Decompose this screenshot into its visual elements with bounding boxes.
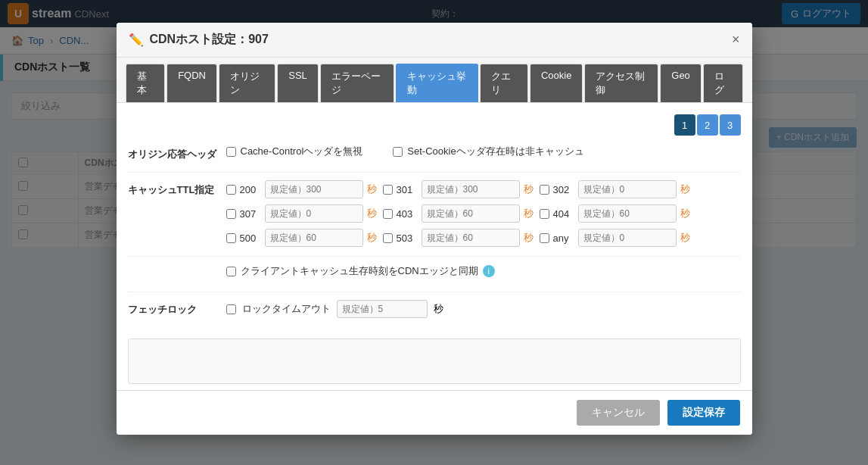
tab-errorpage[interactable]: エラーページ — [320, 64, 394, 102]
client-cache-label: クライアントキャッシュ生存時刻をCDNエッジと同期 — [241, 264, 478, 278]
cache-ttl-label: キャッシュTTL指定 — [128, 180, 226, 197]
modal-header: ✏️ CDNホスト設定：907 × — [117, 23, 752, 58]
ttl-item-301: 301 秒 — [383, 180, 534, 198]
ttl-item-404: 404 秒 — [540, 204, 690, 223]
modal: ✏️ CDNホスト設定：907 × 基本 FQDN オリジン SSL エラーペー… — [117, 23, 752, 435]
page-2-button[interactable]: 2 — [697, 114, 718, 136]
divider-3 — [128, 292, 741, 292]
ttl-code-503: 503 — [397, 232, 418, 244]
ttl-301-unit: 秒 — [524, 183, 534, 196]
set-cookie-checkbox[interactable] — [393, 147, 403, 157]
cache-ttl-row: キャッシュTTL指定 200 秒 301 — [128, 180, 741, 247]
ttl-code-404: 404 — [553, 208, 574, 220]
ttl-403-checkbox[interactable] — [383, 209, 393, 219]
tab-log[interactable]: ログ — [703, 64, 743, 102]
page-3-button[interactable]: 3 — [720, 114, 741, 136]
client-cache-checkbox[interactable] — [226, 267, 236, 276]
ttl-code-403: 403 — [397, 208, 418, 220]
ttl-503-checkbox[interactable] — [383, 233, 393, 243]
ttl-any-unit: 秒 — [680, 231, 690, 245]
ttl-307-input[interactable] — [265, 204, 363, 223]
lock-timeout-label: ロックタイムアウト — [242, 302, 331, 316]
ttl-code-302: 302 — [553, 184, 574, 195]
tab-origin[interactable]: オリジン — [219, 64, 275, 102]
fetch-lock-form: ロックタイムアウト 秒 — [226, 300, 741, 318]
client-cache-info-icon[interactable]: i — [483, 265, 495, 277]
ttl-any-checkbox[interactable] — [540, 233, 549, 243]
tab-query[interactable]: クエリ — [480, 64, 528, 102]
lock-timeout-unit: 秒 — [434, 302, 443, 316]
ttl-item-any: any 秒 — [540, 229, 690, 247]
ttl-302-checkbox[interactable] — [540, 185, 549, 195]
save-button[interactable]: 設定保存 — [667, 400, 740, 426]
origin-response-header-row: オリジン応答ヘッダ Cache-Controlヘッダを無視 Set-Cookie… — [128, 145, 741, 163]
ttl-307-unit: 秒 — [367, 207, 377, 220]
ttl-200-checkbox[interactable] — [226, 185, 236, 195]
ttl-503-input[interactable] — [422, 229, 520, 247]
ttl-code-301: 301 — [397, 184, 418, 195]
ttl-403-unit: 秒 — [524, 207, 534, 220]
cache-control-row: Cache-Controlヘッダを無視 — [226, 145, 363, 158]
ttl-301-checkbox[interactable] — [383, 185, 393, 195]
client-cache-checkbox-row: クライアントキャッシュ生存時刻をCDNエッジと同期 i — [226, 264, 741, 278]
ttl-row-2: 307 秒 403 秒 404 — [226, 204, 741, 223]
client-cache-label-spacer — [128, 264, 226, 267]
modal-close-button[interactable]: × — [732, 32, 740, 48]
cache-control-checkbox[interactable] — [226, 147, 236, 157]
ttl-item-302: 302 秒 — [540, 180, 690, 198]
divider-2 — [128, 256, 741, 257]
ttl-item-200: 200 秒 — [226, 180, 377, 198]
ttl-item-307: 307 秒 — [226, 204, 377, 223]
cancel-button[interactable]: キャンセル — [577, 400, 660, 426]
tab-bar: 基本 FQDN オリジン SSL エラーページ キャッシュ挙動 クエリ Cook… — [117, 58, 752, 103]
client-cache-row: クライアントキャッシュ生存時刻をCDNエッジと同期 i — [128, 264, 741, 282]
fetch-lock-label: フェッチロック — [128, 300, 226, 317]
ttl-code-307: 307 — [240, 208, 261, 220]
ttl-404-unit: 秒 — [680, 207, 690, 220]
ttl-404-input[interactable] — [578, 204, 677, 223]
origin-response-header-label: オリジン応答ヘッダ — [128, 145, 226, 161]
pencil-icon: ✏️ — [129, 33, 144, 47]
tab-geo[interactable]: Geo — [660, 64, 702, 102]
tab-cookie[interactable]: Cookie — [530, 64, 583, 102]
modal-notes-textarea[interactable] — [128, 339, 741, 384]
modal-notes-area — [117, 339, 752, 390]
ttl-code-500: 500 — [240, 232, 261, 244]
lock-timeout-checkbox[interactable] — [226, 304, 236, 314]
origin-response-header-content: Cache-Controlヘッダを無視 Set-Cookieヘッダ存在時は非キャ… — [226, 145, 741, 163]
divider-1 — [128, 172, 741, 173]
ttl-500-unit: 秒 — [367, 231, 377, 245]
fetch-lock-row: フェッチロック ロックタイムアウト 秒 — [128, 300, 741, 318]
ttl-503-unit: 秒 — [524, 231, 534, 245]
ttl-302-input[interactable] — [578, 180, 677, 198]
ttl-307-checkbox[interactable] — [226, 209, 236, 219]
ttl-500-input[interactable] — [265, 229, 363, 247]
ttl-200-unit: 秒 — [367, 183, 377, 196]
set-cookie-row: Set-Cookieヘッダ存在時は非キャッシュ — [393, 145, 583, 158]
tab-basic[interactable]: 基本 — [126, 64, 166, 102]
tab-ssl[interactable]: SSL — [277, 64, 319, 102]
page-1-button[interactable]: 1 — [674, 114, 695, 136]
tab-cache[interactable]: キャッシュ挙動 — [396, 64, 478, 102]
ttl-200-input[interactable] — [265, 180, 363, 198]
ttl-code-200: 200 — [240, 184, 261, 195]
fetch-lock-content: ロックタイムアウト 秒 — [226, 300, 741, 318]
cache-ttl-content: 200 秒 301 秒 302 — [226, 180, 741, 247]
cache-control-label: Cache-Controlヘッダを無視 — [241, 145, 363, 158]
tab-access[interactable]: アクセス制御 — [584, 64, 658, 102]
ttl-item-500: 500 秒 — [226, 229, 377, 247]
ttl-302-unit: 秒 — [680, 183, 690, 196]
ttl-row-3: 500 秒 503 秒 any — [226, 229, 741, 247]
modal-overlay: ✏️ CDNホスト設定：907 × 基本 FQDN オリジン SSL エラーペー… — [0, 0, 868, 465]
modal-title: ✏️ CDNホスト設定：907 — [129, 32, 269, 48]
ttl-403-input[interactable] — [422, 204, 520, 223]
ttl-404-checkbox[interactable] — [540, 209, 549, 219]
ttl-500-checkbox[interactable] — [226, 233, 236, 243]
ttl-row-1: 200 秒 301 秒 302 — [226, 180, 741, 198]
tab-fqdn[interactable]: FQDN — [166, 64, 217, 102]
set-cookie-label: Set-Cookieヘッダ存在時は非キャッシュ — [407, 145, 583, 158]
ttl-301-input[interactable] — [422, 180, 520, 198]
ttl-item-403: 403 秒 — [383, 204, 534, 223]
ttl-any-input[interactable] — [578, 229, 677, 247]
lock-timeout-input[interactable] — [337, 300, 428, 318]
